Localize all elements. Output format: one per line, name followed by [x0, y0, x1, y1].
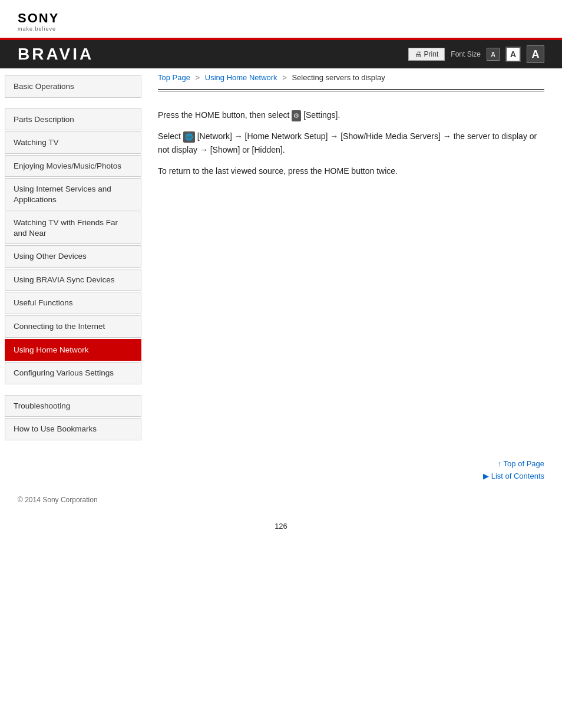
- sidebar-item-connecting-internet[interactable]: Connecting to the Internet: [5, 315, 141, 338]
- network-icon: 🌐: [183, 131, 195, 143]
- sidebar-item-parts-description[interactable]: Parts Description: [5, 108, 141, 131]
- sidebar-item-using-other[interactable]: Using Other Devices: [5, 245, 141, 268]
- bravia-title: BRAVIA: [18, 45, 94, 64]
- sidebar-item-useful-functions[interactable]: Useful Functions: [5, 292, 141, 314]
- copyright: © 2014 Sony Corporation: [0, 490, 562, 510]
- content-para1: Press the HOME button, then select ⚙ [Se…: [158, 108, 544, 121]
- content-para3: To return to the last viewed source, pre…: [158, 164, 544, 177]
- content-body: Press the HOME button, then select ⚙ [Se…: [158, 103, 544, 192]
- top-header: SONY make.believe: [0, 0, 562, 38]
- sidebar-item-troubleshooting[interactable]: Troubleshooting: [5, 395, 141, 417]
- breadcrumb-current: Selecting servers to display: [292, 73, 385, 82]
- breadcrumb: Top Page > Using Home Network > Selectin…: [158, 68, 544, 89]
- breadcrumb-sep-1: >: [196, 73, 200, 82]
- main-layout: Basic Operations Parts Description Watch…: [0, 68, 562, 447]
- sony-logo: SONY make.believe: [18, 11, 544, 32]
- sidebar-item-how-to-use[interactable]: How to Use Bookmarks: [5, 418, 141, 440]
- content-para2: Select 🌐 [Network] → [Home Network Setup…: [158, 130, 544, 156]
- font-small-button[interactable]: A: [487, 48, 500, 61]
- breadcrumb-top-page[interactable]: Top Page: [158, 73, 190, 82]
- divider-top: [158, 89, 544, 90]
- footer-links: Top of Page List of Contents: [0, 447, 562, 490]
- sidebar-item-using-home-network[interactable]: Using Home Network: [5, 339, 141, 361]
- list-of-contents-link[interactable]: List of Contents: [0, 472, 544, 480]
- settings-icon: ⚙: [292, 110, 301, 122]
- sidebar-item-using-internet[interactable]: Using Internet Services and Applications: [5, 178, 141, 210]
- sidebar-item-using-bravia[interactable]: Using BRAVIA Sync Devices: [5, 269, 141, 291]
- breadcrumb-sep-2: >: [282, 73, 287, 82]
- breadcrumb-using-home-network[interactable]: Using Home Network: [205, 73, 277, 82]
- sidebar-item-watching-tv[interactable]: Watching TV: [5, 131, 141, 154]
- font-medium-button[interactable]: A: [505, 47, 521, 62]
- sidebar-item-watching-friends[interactable]: Watching TV with Friends Far and Near: [5, 212, 141, 244]
- font-size-label: Font Size: [451, 50, 481, 58]
- sidebar-item-basic-operations[interactable]: Basic Operations: [5, 75, 141, 98]
- top-of-page-link[interactable]: Top of Page: [0, 459, 544, 468]
- print-icon: 🖨: [415, 50, 422, 58]
- sidebar-item-enjoying-movies[interactable]: Enjoying Movies/Music/Photos: [5, 155, 141, 177]
- print-button[interactable]: 🖨 Print: [408, 48, 445, 61]
- page-number: 126: [0, 510, 562, 542]
- font-large-button[interactable]: A: [527, 45, 544, 63]
- banner-controls: 🖨 Print Font Size A A A: [408, 45, 544, 63]
- bravia-banner: BRAVIA 🖨 Print Font Size A A A: [0, 38, 562, 68]
- sidebar-item-configuring-settings[interactable]: Configuring Various Settings: [5, 362, 141, 384]
- divider-bottom: [158, 91, 544, 92]
- sidebar: Basic Operations Parts Description Watch…: [0, 68, 146, 447]
- sony-tagline: make.believe: [18, 26, 56, 32]
- content-area: Top Page > Using Home Network > Selectin…: [146, 68, 562, 447]
- sony-logo-text: SONY: [18, 11, 59, 26]
